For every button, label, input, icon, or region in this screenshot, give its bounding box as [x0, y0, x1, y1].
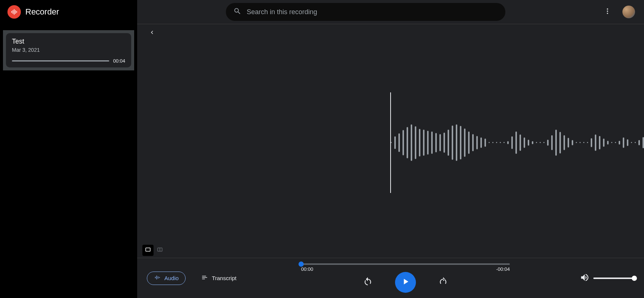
play-button[interactable] — [395, 272, 416, 293]
split-pane-icon — [157, 246, 163, 254]
back-button[interactable] — [146, 27, 158, 39]
svg-rect-11 — [155, 277, 156, 279]
volume-thumb[interactable] — [632, 276, 637, 281]
chevron-left-icon — [149, 29, 155, 37]
svg-rect-8 — [146, 248, 150, 251]
view-switch — [137, 243, 644, 258]
svg-point-6 — [607, 10, 608, 12]
search-wrap — [137, 3, 594, 21]
recording-duration: 00:04 — [113, 58, 125, 64]
svg-rect-3 — [15, 10, 16, 14]
svg-rect-13 — [158, 276, 159, 279]
svg-point-5 — [607, 9, 608, 10]
forward-5-button[interactable] — [438, 277, 448, 288]
recording-date: Mar 3, 2021 — [12, 47, 125, 53]
main-panel: Audio Transcript 00:00 -00:04 — [137, 24, 644, 298]
volume-control — [567, 273, 634, 284]
recording-title: Test — [12, 38, 125, 45]
svg-rect-16 — [202, 277, 208, 278]
replay-icon — [363, 281, 373, 288]
svg-rect-2 — [14, 9, 15, 15]
play-icon — [401, 277, 410, 288]
svg-rect-17 — [202, 279, 205, 279]
scrubber[interactable]: 00:00 -00:04 — [301, 263, 510, 272]
recording-mini-progress — [12, 60, 109, 61]
audio-icon — [154, 274, 161, 282]
svg-rect-12 — [157, 276, 157, 280]
brand[interactable]: Recorder — [7, 5, 59, 19]
svg-rect-0 — [12, 11, 12, 13]
playback-controls: Audio Transcript 00:00 -00:04 — [137, 258, 644, 298]
waveform — [391, 124, 644, 161]
brand-name: Recorder — [25, 7, 59, 17]
more-vert-icon — [604, 7, 611, 16]
more-options-button[interactable] — [600, 4, 615, 19]
split-view-button[interactable] — [154, 245, 165, 256]
svg-rect-4 — [16, 11, 17, 13]
search-icon — [233, 7, 242, 17]
transport-buttons — [363, 272, 448, 293]
volume-slider[interactable] — [593, 278, 634, 279]
search-input[interactable] — [247, 8, 498, 16]
scrubber-thumb[interactable] — [299, 261, 304, 267]
tab-transcript[interactable]: Transcript — [195, 272, 243, 285]
remaining-time: -00:04 — [496, 266, 510, 272]
sidebar: Test Mar 3, 2021 00:04 — [0, 24, 137, 298]
mode-tabs: Audio Transcript — [147, 272, 244, 285]
svg-rect-1 — [13, 10, 13, 14]
body: Test Mar 3, 2021 00:04 — [0, 24, 644, 298]
recording-card[interactable]: Test Mar 3, 2021 00:04 — [6, 33, 131, 67]
topbar-main-area — [137, 0, 644, 24]
volume-icon — [580, 273, 590, 284]
top-actions — [600, 4, 635, 19]
account-avatar[interactable] — [622, 6, 635, 18]
svg-rect-15 — [202, 276, 206, 277]
tab-audio-label: Audio — [164, 275, 179, 281]
single-view-button[interactable] — [142, 245, 154, 256]
search-box[interactable] — [226, 3, 505, 21]
current-time: 00:00 — [301, 266, 313, 272]
sidebar-selection-highlight: Test Mar 3, 2021 00:04 — [3, 30, 134, 70]
single-pane-icon — [145, 246, 151, 254]
main-header — [137, 24, 644, 42]
transcript-icon — [201, 274, 208, 282]
tab-audio[interactable]: Audio — [147, 272, 186, 285]
topbar-brand-area: Recorder — [0, 0, 137, 24]
playhead — [390, 92, 391, 193]
transport: 00:00 -00:04 — [244, 263, 567, 293]
time-row: 00:00 -00:04 — [301, 266, 510, 272]
svg-rect-14 — [159, 277, 160, 278]
replay-5-button[interactable] — [363, 277, 373, 288]
forward-icon — [438, 281, 448, 288]
recorder-app-icon — [7, 5, 21, 19]
svg-point-7 — [607, 13, 608, 14]
scrubber-track — [301, 263, 510, 265]
waveform-area[interactable] — [137, 42, 644, 243]
topbar: Recorder — [0, 0, 644, 24]
recording-progress-row: 00:04 — [12, 58, 125, 64]
tab-transcript-label: Transcript — [212, 275, 236, 281]
